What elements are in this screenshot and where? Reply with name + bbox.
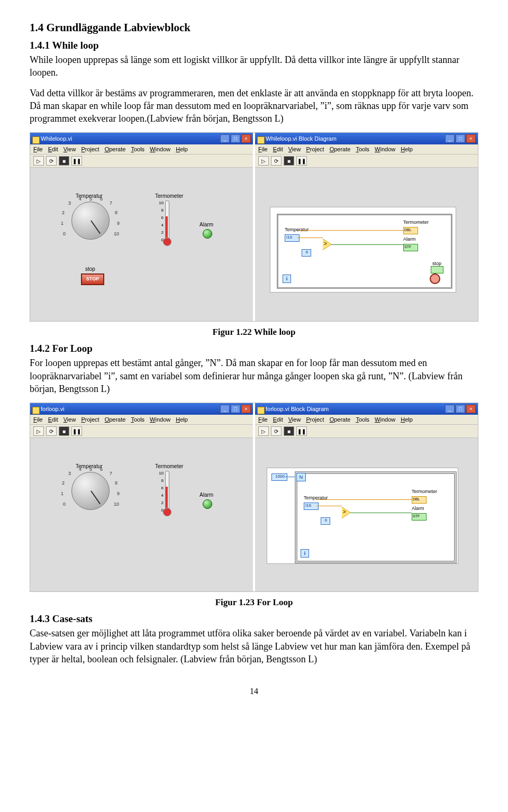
maximize-button[interactable]: □ [456, 405, 465, 413]
heading-1-4-3: 1.4.3 Case-sats [30, 613, 478, 625]
menu-help[interactable]: Help [401, 146, 413, 152]
maximize-button[interactable]: □ [231, 405, 240, 413]
close-button[interactable]: × [241, 405, 251, 413]
menu-project[interactable]: Project [81, 416, 99, 423]
figure-1-23: forloop.vi _ □ × File Edit View Project … [30, 403, 478, 592]
knob-temperatur[interactable] [71, 472, 110, 510]
label-alarm: Alarm [412, 506, 424, 511]
close-button[interactable]: × [466, 405, 476, 413]
menu-edit[interactable]: Edit [273, 146, 283, 152]
pause-button[interactable]: ❚❚ [71, 426, 82, 436]
minimize-button[interactable]: _ [220, 405, 230, 413]
control-temperatur: I16 [304, 503, 319, 510]
menu-operate[interactable]: Operate [105, 416, 126, 423]
abort-button[interactable]: ■ [59, 156, 69, 166]
knob-temperatur[interactable] [71, 202, 110, 240]
run-button[interactable]: ▷ [258, 156, 269, 166]
menu-view[interactable]: View [288, 416, 301, 423]
menu-view[interactable]: View [64, 146, 76, 152]
maximize-button[interactable]: □ [231, 134, 240, 143]
close-button[interactable]: × [241, 134, 251, 143]
menu-view[interactable]: View [64, 416, 76, 423]
run-continuous-button[interactable]: ⟳ [271, 156, 282, 166]
minimize-button[interactable]: _ [445, 134, 455, 143]
abort-button[interactable]: ■ [284, 156, 294, 166]
pause-button[interactable]: ❚❚ [71, 156, 82, 166]
while-loop-frame: Temperatur I16 6 > Termometer DBL Alarm … [277, 214, 452, 289]
thermometer-indicator: 1086 420 [160, 471, 172, 516]
menu-project[interactable]: Project [306, 146, 324, 152]
control-stop [431, 266, 443, 273]
menu-edit[interactable]: Edit [48, 146, 58, 152]
menu-edit[interactable]: Edit [273, 416, 283, 423]
label-termometer: Termometer [155, 463, 183, 469]
menu-bar: File Edit View Project Operate Tools Win… [255, 144, 478, 154]
titlebar: Whileloop.vi _ □ × [30, 133, 253, 144]
menu-window[interactable]: Window [375, 146, 395, 152]
run-button[interactable]: ▷ [33, 426, 44, 436]
run-button[interactable]: ▷ [33, 156, 44, 166]
abort-button[interactable]: ■ [284, 426, 294, 436]
menu-help[interactable]: Help [401, 416, 413, 423]
label-stop: stop [85, 266, 95, 272]
pause-button[interactable]: ❚❚ [296, 426, 307, 436]
stop-button[interactable]: STOP [81, 273, 104, 285]
titlebar: Whileloop.vi Block Diagram _ □ × [255, 133, 478, 144]
constant-threshold: 6 [321, 517, 330, 525]
heading-1-4-2: 1.4.2 For Loop [30, 343, 478, 354]
menu-operate[interactable]: Operate [330, 416, 351, 423]
constant-n-value: 1000 [271, 473, 287, 481]
menu-help[interactable]: Help [176, 416, 188, 423]
menu-window[interactable]: Window [150, 146, 170, 152]
caption-fig-1-22: Figur 1.22 While loop [30, 327, 478, 337]
menu-file[interactable]: File [33, 146, 43, 152]
constant-threshold: 6 [302, 249, 311, 257]
menu-file[interactable]: File [33, 416, 43, 423]
thermometer-indicator: 1086 420 [160, 200, 172, 246]
menu-operate[interactable]: Operate [105, 146, 126, 152]
block-diagram-canvas: Temperatur I16 6 > Termometer DBL Alarm … [255, 168, 478, 321]
titlebar: forloop.vi Block Diagram _ □ × [255, 403, 478, 415]
menu-bar: File Edit View Project Operate Tools Win… [255, 415, 478, 425]
menu-operate[interactable]: Operate [330, 146, 351, 152]
menu-edit[interactable]: Edit [48, 416, 58, 423]
menu-project[interactable]: Project [306, 416, 324, 423]
diagram-area: Temperatur I16 6 > Termometer DBL Alarm … [270, 207, 456, 293]
maximize-button[interactable]: □ [456, 134, 465, 143]
minimize-button[interactable]: _ [220, 134, 230, 143]
toolbar: ▷ ⟳ ■ ❚❚ [255, 154, 478, 168]
heading-1-4-1: 1.4.1 While loop [30, 40, 478, 51]
menu-bar: File Edit View Project Operate Tools Win… [30, 144, 253, 154]
menu-help[interactable]: Help [176, 146, 188, 152]
menu-tools[interactable]: Tools [131, 146, 144, 152]
menu-bar: File Edit View Project Operate Tools Win… [30, 415, 253, 425]
menu-file[interactable]: File [258, 416, 268, 423]
label-alarm: Alarm [199, 492, 213, 498]
menu-window[interactable]: Window [150, 416, 170, 423]
menu-window[interactable]: Window [375, 416, 395, 423]
menu-file[interactable]: File [258, 146, 268, 152]
paragraph-while-intro-2: Vad detta villkor är bestäms av programm… [30, 87, 478, 125]
toolbar: ▷ ⟳ ■ ❚❚ [255, 425, 478, 438]
menu-tools[interactable]: Tools [356, 416, 369, 423]
run-continuous-button[interactable]: ⟳ [271, 426, 282, 436]
diagram-area: 1000 N Temperatur I16 6 > Termometer DBL… [267, 468, 458, 564]
menu-tools[interactable]: Tools [356, 146, 369, 152]
menu-view[interactable]: View [288, 146, 301, 152]
abort-button[interactable]: ■ [59, 426, 69, 436]
for-loop-frame: N Temperatur I16 6 > Termometer DBL Alar… [295, 471, 457, 563]
led-alarm [203, 229, 212, 239]
run-button[interactable]: ▷ [258, 426, 269, 436]
close-button[interactable]: × [466, 134, 476, 143]
run-continuous-button[interactable]: ⟳ [46, 426, 57, 436]
forloop-block-diagram: forloop.vi Block Diagram _ □ × File Edit… [255, 403, 478, 591]
menu-project[interactable]: Project [81, 146, 99, 152]
paragraph-for-loop: For loopen upprepas ett bestämt antal gå… [30, 357, 478, 395]
window-title: Whileloop.vi Block Diagram [257, 135, 445, 142]
run-continuous-button[interactable]: ⟳ [46, 156, 57, 166]
menu-tools[interactable]: Tools [131, 416, 144, 423]
whileloop-block-diagram: Whileloop.vi Block Diagram _ □ × File Ed… [255, 133, 478, 321]
pause-button[interactable]: ❚❚ [296, 156, 307, 166]
toolbar: ▷ ⟳ ■ ❚❚ [30, 154, 253, 168]
minimize-button[interactable]: _ [445, 405, 455, 413]
